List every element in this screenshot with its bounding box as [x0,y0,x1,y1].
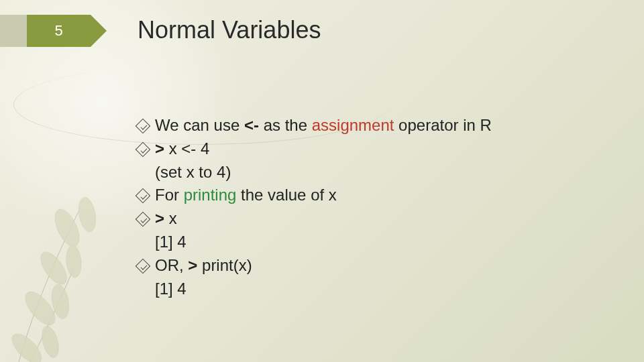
bullet-item: We can use <- as the assignment operator… [138,114,604,137]
tab-stripe [0,15,27,47]
bullet-text: > x <- 4 [155,137,209,161]
svg-point-3 [65,245,83,278]
bullet-subtext: [1] 4 [155,278,604,301]
svg-point-5 [50,283,72,320]
bullet-item: > x [138,207,604,231]
slide-body: We can use <- as the assignment operator… [138,114,604,300]
svg-point-7 [39,324,62,359]
bullet-item: For printing the value of x [138,184,604,207]
page-number-tab: 5 [0,15,91,47]
bullet-text: For printing the value of x [155,184,337,207]
diamond-bullet-icon [136,258,151,274]
svg-point-6 [7,329,46,362]
bullet-subtext: [1] 4 [155,231,604,254]
svg-point-4 [20,287,60,330]
svg-point-0 [50,206,85,250]
bullet-text: > x [155,207,177,231]
diamond-bullet-icon [136,188,151,204]
page-number: 5 [54,22,62,40]
bullet-text: We can use <- as the assignment operator… [155,114,492,137]
bullet-subtext: (set x to 4) [155,161,604,184]
bullet-text: OR, > print(x) [155,254,252,278]
diamond-bullet-icon [136,212,151,227]
bullet-item: > x <- 4 [138,137,604,161]
svg-point-2 [36,248,71,289]
diamond-bullet-icon [136,119,151,134]
page-number-box: 5 [27,15,91,47]
slide-title: Normal Variables [138,16,321,44]
diamond-bullet-icon [136,141,151,157]
svg-point-1 [76,196,99,233]
bullet-item: OR, > print(x) [138,254,604,278]
